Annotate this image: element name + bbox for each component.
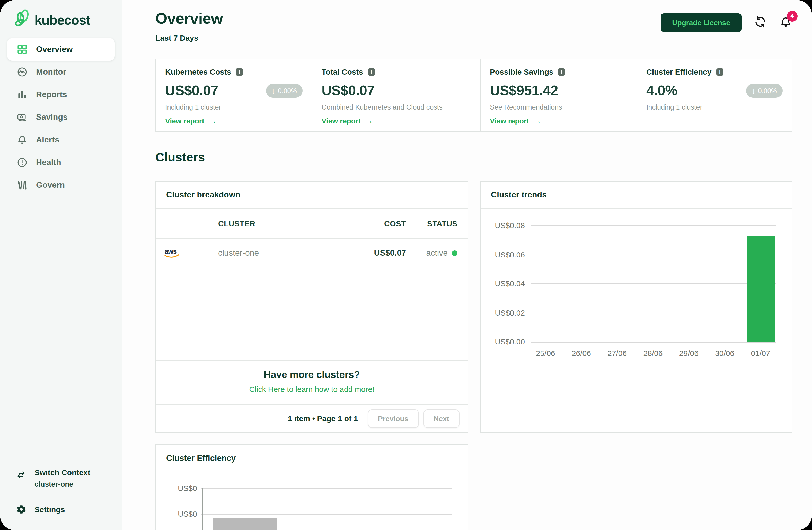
road-icon	[16, 179, 28, 191]
cluster-status: active	[406, 248, 468, 257]
kubecost-logo-icon	[13, 8, 31, 32]
status-dot	[452, 250, 458, 256]
arrow-right-icon: →	[534, 116, 541, 125]
svg-text:aws: aws	[164, 247, 176, 255]
grid-line	[531, 312, 777, 313]
settings-label: Settings	[34, 505, 65, 514]
down-arrow-icon: ↓	[272, 86, 275, 95]
sidebar-item-overview[interactable]: Overview	[7, 38, 115, 61]
aws-logo: aws	[156, 246, 189, 260]
kubecost-app: kubecost Overview Monitor	[0, 0, 812, 530]
stat-title: Possible Savings	[490, 68, 553, 76]
y-tick-label: US$0.06	[481, 250, 525, 259]
cluster-efficiency-chart: US$0 US$0	[156, 472, 468, 530]
stat-possible-savings: Possible Savings i US$951.42 See Recomme…	[480, 59, 637, 131]
y-tick-label: US$0.00	[481, 337, 525, 346]
grid-line	[201, 514, 452, 515]
cluster-trends-panel: Cluster trends US$0.08US$0.06US$0.04US$0…	[480, 181, 793, 432]
pagination-summary: 1 item • Page 1 of 1	[288, 414, 358, 423]
x-tick-label: 26/06	[572, 349, 591, 357]
main-content: Overview Last 7 Days Upgrade License	[122, 0, 812, 530]
column-header-cluster[interactable]: CLUSTER	[189, 219, 320, 228]
sidebar-spacer	[7, 196, 115, 468]
stat-note: Including 1 cluster	[165, 103, 221, 111]
brand-logo[interactable]: kubecost	[7, 8, 115, 32]
y-tick-label: US$0	[156, 510, 197, 518]
down-arrow-icon: ↓	[752, 86, 755, 95]
stat-note: Including 1 cluster	[646, 103, 702, 111]
stat-title: Total Costs	[322, 68, 363, 76]
info-icon[interactable]: i	[716, 68, 723, 75]
current-cluster-label: cluster-one	[34, 480, 90, 488]
stat-note: See Recommendations	[490, 103, 562, 111]
change-pill: ↓ 0.00%	[266, 84, 303, 98]
sidebar-item-label: Reports	[36, 90, 67, 99]
trend-bar	[746, 236, 775, 341]
sidebar-item-label: Govern	[36, 180, 65, 190]
x-tick-label: 27/06	[607, 349, 627, 357]
stat-title: Cluster Efficiency	[646, 68, 711, 76]
column-header-status[interactable]: STATUS	[406, 219, 468, 228]
bell-icon	[16, 134, 28, 146]
switch-context-button[interactable]: Switch Context cluster-one	[7, 468, 115, 488]
switch-context-label: Switch Context	[34, 468, 90, 478]
info-icon[interactable]: i	[236, 68, 243, 75]
more-clusters-title: Have more clusters?	[156, 369, 468, 381]
notification-count-badge: 4	[787, 11, 798, 21]
health-icon	[16, 157, 28, 168]
table-row[interactable]: aws cluster-one US$0.07 active	[156, 239, 468, 267]
pagination-bar: 1 item • Page 1 of 1 Previous Next	[156, 404, 468, 432]
table-empty-space	[156, 267, 468, 360]
cluster-cost: US$0.07	[320, 248, 406, 257]
view-report-link[interactable]: View report→	[490, 116, 541, 125]
cluster-efficiency-panel: Cluster Efficiency US$0 US$0	[155, 444, 468, 530]
settings-button[interactable]: Settings	[7, 503, 115, 515]
stat-total-costs: Total Costs i US$0.07 Combined Kubernete…	[312, 59, 480, 131]
stat-cards: Kubernetes Costs i US$0.07 ↓ 0.00% Inclu…	[155, 59, 793, 132]
more-clusters-block: Have more clusters? Click Here to learn …	[156, 360, 468, 404]
upgrade-license-button[interactable]: Upgrade License	[661, 13, 741, 32]
view-report-link[interactable]: View report→	[165, 116, 217, 125]
sidebar-item-reports[interactable]: Reports	[7, 83, 115, 106]
sidebar-item-label: Alerts	[36, 135, 59, 145]
y-tick-label: US$0.04	[481, 279, 525, 288]
grid-line	[531, 283, 777, 284]
grid-icon	[16, 44, 28, 55]
stat-cluster-efficiency: Cluster Efficiency i 4.0% ↓ 0.00% Includ…	[637, 59, 792, 131]
info-icon[interactable]: i	[368, 68, 375, 75]
x-tick-label: 29/06	[679, 349, 698, 357]
grid-line	[201, 488, 452, 489]
sidebar-item-monitor[interactable]: Monitor	[7, 61, 115, 83]
sidebar-item-label: Monitor	[36, 68, 66, 77]
date-range-label: Last 7 Days	[155, 33, 223, 42]
page-header: Overview Last 7 Days Upgrade License	[155, 10, 793, 42]
change-pill: ↓ 0.00%	[746, 84, 783, 98]
stat-value: US$951.42	[490, 83, 558, 99]
cluster-breakdown-title: Cluster breakdown	[156, 181, 468, 209]
sidebar-item-savings[interactable]: Savings	[7, 106, 115, 129]
sidebar-item-health[interactable]: Health	[7, 151, 115, 174]
brand-name: kubecost	[34, 12, 90, 28]
sidebar: kubecost Overview Monitor	[0, 0, 122, 530]
sidebar-item-alerts[interactable]: Alerts	[7, 129, 115, 151]
cluster-trends-chart: US$0.08US$0.06US$0.04US$0.02US$0.0025/06…	[481, 209, 792, 432]
previous-page-button[interactable]: Previous	[368, 409, 419, 428]
column-header-cost[interactable]: COST	[320, 219, 406, 228]
cluster-efficiency-title: Cluster Efficiency	[156, 445, 468, 472]
cluster-breakdown-panel: Cluster breakdown CLUSTER COST STATUS aw…	[155, 181, 468, 432]
x-tick-label: 01/07	[751, 349, 770, 357]
grid-line	[531, 341, 777, 342]
info-icon[interactable]: i	[558, 68, 565, 75]
clusters-section-title: Clusters	[155, 150, 793, 165]
refresh-button[interactable]	[754, 15, 767, 30]
stat-note: Combined Kubernetes and Cloud costs	[322, 103, 443, 111]
next-page-button[interactable]: Next	[423, 409, 460, 428]
view-report-link[interactable]: View report→	[322, 116, 373, 125]
add-clusters-link[interactable]: Click Here to learn how to add more!	[156, 385, 468, 394]
sidebar-item-govern[interactable]: Govern	[7, 174, 115, 196]
money-icon	[16, 112, 28, 123]
x-tick-label: 25/06	[536, 349, 555, 357]
notifications-button[interactable]: 4	[779, 15, 793, 30]
arrow-right-icon: →	[365, 116, 373, 125]
monitor-icon	[16, 67, 28, 78]
